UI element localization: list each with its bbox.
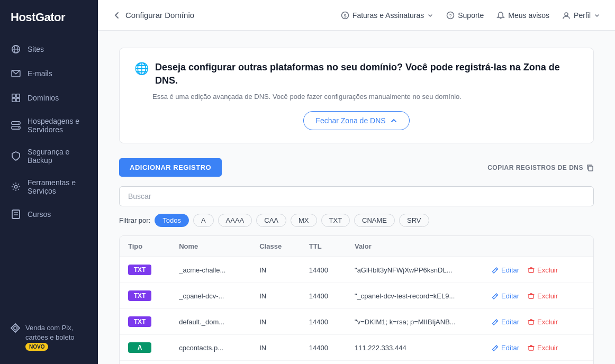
dns-table-scroll[interactable]: Tipo Nome Classe TTL Valor TXT _acme-cha…	[120, 236, 593, 364]
tools-icon	[11, 181, 21, 192]
chevron-up-icon	[390, 117, 397, 124]
cell-ttl: 14400	[301, 257, 346, 283]
cell-nome: default._dom...	[170, 309, 251, 335]
svg-rect-22	[529, 269, 533, 272]
filter-cname[interactable]: CNAME	[354, 214, 395, 227]
edit-button[interactable]: Editar	[489, 292, 522, 300]
pix-label: Venda com Pix, cartões e boleto	[25, 323, 87, 342]
svg-line-27	[495, 346, 497, 348]
billing-nav-item[interactable]: $ Faturas e Assinaturas	[341, 11, 433, 20]
col-ttl: TTL	[301, 236, 346, 257]
cell-actions: Editar Excluir	[480, 257, 593, 283]
filter-a[interactable]: A	[193, 214, 214, 227]
svg-rect-7	[16, 98, 20, 102]
type-badge: TXT	[128, 290, 151, 301]
row-actions: Editar Excluir	[489, 266, 585, 274]
delete-button[interactable]: Excluir	[524, 266, 561, 274]
copiar-registros-button[interactable]: COPIAR REGISTROS DE DNS	[487, 164, 594, 171]
sidebar-item-pix[interactable]: Venda com Pix, cartões e boleto NOVO	[11, 318, 87, 356]
delete-button[interactable]: Excluir	[524, 344, 561, 352]
col-valor: Valor	[346, 236, 480, 257]
svg-point-10	[18, 123, 19, 124]
profile-label: Perfil	[574, 11, 591, 20]
sidebar-item-ferramentas[interactable]: Ferramentas e Serviços	[0, 171, 98, 202]
svg-rect-28	[529, 347, 533, 350]
edit-icon	[492, 293, 499, 299]
filter-mx[interactable]: MX	[291, 214, 317, 227]
pix-icon	[11, 323, 20, 334]
back-button[interactable]: Configurar Domínio	[113, 11, 194, 20]
profile-chevron-icon	[594, 12, 600, 19]
fechar-zona-button[interactable]: Fechar Zona de DNS	[303, 111, 409, 130]
sidebar-item-label: Ferramentas e Serviços	[28, 178, 87, 195]
filter-label: Filtrar por:	[119, 216, 150, 224]
main-content: Configurar Domínio $ Faturas e Assinatur…	[98, 0, 615, 364]
notifications-nav-item[interactable]: Meus avisos	[496, 11, 549, 20]
sidebar-item-sites[interactable]: Sites	[0, 37, 98, 61]
svg-point-12	[14, 185, 17, 188]
banner-heading: Deseja configurar outras plataformas no …	[155, 61, 578, 87]
edit-icon	[492, 319, 499, 325]
cell-actions: Editar Excluir	[480, 283, 593, 309]
globe-emoji: 🌐	[134, 62, 149, 76]
sidebar-item-cursos[interactable]: Cursos	[0, 202, 98, 226]
table-row-partial	[120, 361, 593, 364]
cell-ttl: 14400	[301, 283, 346, 309]
search-wrap	[119, 186, 594, 206]
type-badge: TXT	[128, 265, 151, 275]
cell-valor: "_cpanel-dcv-test-record=kEL9...	[346, 283, 480, 309]
filter-txt[interactable]: TXT	[321, 214, 350, 227]
edit-button[interactable]: Editar	[489, 344, 522, 352]
support-nav-item[interactable]: ? Suporte	[446, 11, 484, 20]
delete-button[interactable]: Excluir	[524, 292, 561, 300]
cell-classe: IN	[251, 257, 301, 283]
banner-subtitle: Essa é uma edição avançada de DNS. Você …	[152, 93, 578, 101]
page-content: 🌐 Deseja configurar outras plataformas n…	[98, 31, 615, 364]
shield-icon	[11, 151, 21, 161]
table-row: TXT _acme-challe... IN 14400 "aGlHblt3yN…	[120, 257, 593, 283]
profile-nav-item[interactable]: Perfil	[562, 11, 600, 20]
sidebar-item-label: Sites	[28, 45, 44, 53]
trash-icon	[528, 293, 535, 299]
svg-line-21	[495, 268, 497, 270]
add-registro-button[interactable]: ADICIONAR REGISTRO	[119, 158, 222, 177]
cell-classe: IN	[251, 283, 301, 309]
edit-button[interactable]: Editar	[489, 266, 522, 274]
search-input[interactable]	[119, 186, 594, 206]
back-arrow-icon	[113, 11, 121, 20]
sidebar-item-dominios[interactable]: Domínios	[0, 86, 98, 110]
svg-point-11	[18, 128, 19, 129]
sidebar-bottom: Venda com Pix, cartões e boleto NOVO	[0, 310, 98, 364]
sidebar-item-emails[interactable]: E-mails	[0, 61, 98, 86]
novo-badge: NOVO	[25, 343, 48, 351]
cell-tipo: A	[120, 335, 170, 361]
server-icon	[11, 120, 21, 131]
sidebar-item-label: E-mails	[28, 69, 52, 78]
trash-icon	[528, 319, 535, 325]
cell-tipo: TXT	[120, 309, 170, 335]
sidebar-item-seguranca[interactable]: Segurança e Backup	[0, 141, 98, 171]
cell-valor: "v=DKIM1; k=rsa; p=MIIBIjANB...	[346, 309, 480, 335]
filter-todos[interactable]: Todos	[155, 214, 189, 227]
type-badge: A	[128, 342, 151, 353]
filter-caa[interactable]: CAA	[256, 214, 286, 227]
sidebar-item-label: Cursos	[28, 210, 51, 219]
svg-text:$: $	[343, 13, 346, 19]
sidebar-item-hospedagens[interactable]: Hospedagens e Servidores	[0, 110, 98, 141]
back-label: Configurar Domínio	[125, 11, 194, 20]
delete-button[interactable]: Excluir	[524, 318, 561, 326]
edit-button[interactable]: Editar	[489, 318, 522, 326]
support-label: Suporte	[458, 11, 484, 20]
sidebar-item-label: Hospedagens e Servidores	[28, 117, 87, 134]
dns-table-wrap: Tipo Nome Classe TTL Valor TXT _acme-cha…	[119, 235, 594, 364]
table-row: A cpcontacts.p... IN 14400 111.222.333.4…	[120, 335, 593, 361]
filter-srv[interactable]: SRV	[399, 214, 429, 227]
svg-rect-20	[589, 166, 593, 171]
filter-aaaa[interactable]: AAAA	[218, 214, 252, 227]
svg-line-23	[495, 294, 497, 296]
app-logo: HostGator	[0, 0, 98, 37]
svg-rect-4	[12, 94, 15, 97]
help-icon: ?	[446, 11, 455, 20]
table-row: TXT default._dom... IN 14400 "v=DKIM1; k…	[120, 309, 593, 335]
row-actions: Editar Excluir	[489, 292, 585, 300]
